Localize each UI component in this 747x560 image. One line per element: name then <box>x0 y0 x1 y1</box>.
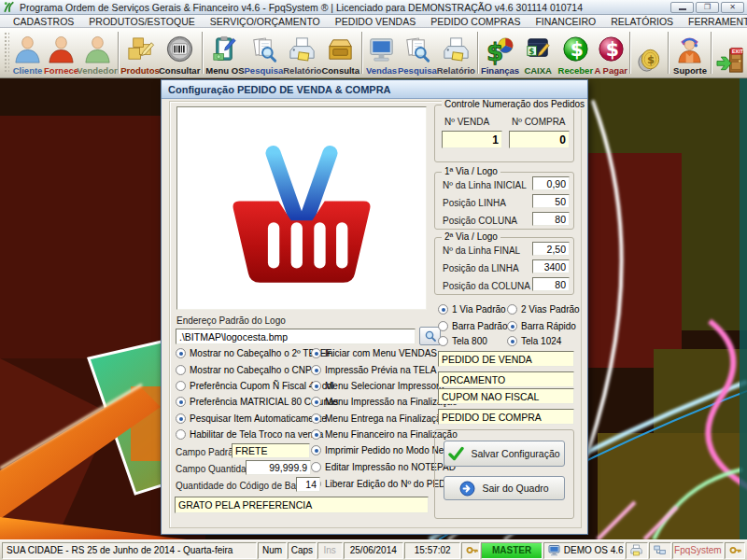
radio-tela-1024[interactable]: Tela 1024 <box>507 335 561 347</box>
radio-tela-800[interactable]: Tela 800 <box>438 335 487 347</box>
radio-icon[interactable] <box>311 348 321 358</box>
radio-icon[interactable] <box>311 381 321 391</box>
doc-type-orcamento-input[interactable] <box>438 371 574 387</box>
radio-icon[interactable] <box>311 413 321 424</box>
exit-dialog-button[interactable]: Sair do Quadro <box>444 476 565 500</box>
toolbar-consultar-button[interactable]: Consultar <box>159 29 200 77</box>
finance-chart-icon: $ <box>485 35 515 65</box>
menu-produtos-estoque[interactable]: PRODUTOS/ESTOQUE <box>81 16 202 27</box>
via2-group-title: 2ª Via / Logo <box>442 231 500 242</box>
via2-linha-final-input[interactable] <box>532 242 570 256</box>
option-menu-entrega-finalizacao[interactable]: Menu Entrega na Finalização <box>311 413 446 425</box>
toolbar-produtos-button[interactable]: Produtos <box>121 29 159 77</box>
radio-barra-rapido[interactable]: Barra Rápido <box>507 320 576 332</box>
radio-icon[interactable] <box>507 321 517 331</box>
toolbar-vendedor-button[interactable]: Vendedor <box>78 29 116 77</box>
toolbar-cliente-button[interactable]: Cliente <box>11 29 44 77</box>
printer-icon <box>630 544 642 556</box>
save-config-button[interactable]: Salvar Configuração <box>444 441 565 467</box>
radio-icon[interactable] <box>438 321 448 331</box>
window-titlebar: Programa Ordem de Serviços Gerais & Fina… <box>0 0 747 15</box>
radio-icon[interactable] <box>438 336 448 346</box>
toolbar-receber-button[interactable]: $ Receber <box>557 29 594 77</box>
toolbar-suporte-button[interactable]: Suporte <box>671 29 709 77</box>
dialog-titlebar[interactable]: Configuração PEDIDO DE VENDA & COMPRA <box>162 80 587 99</box>
via1-posicao-coluna-input[interactable] <box>532 212 570 226</box>
radio-icon[interactable] <box>311 429 321 440</box>
radio-1-via-padrao[interactable]: 1 Via Padrão <box>438 303 506 315</box>
logo-path-input[interactable] <box>176 329 416 344</box>
radio-barra-padrao[interactable]: Barra Padrão <box>438 320 507 332</box>
toolbar-financas-button[interactable]: $ Finanças <box>481 29 519 77</box>
menu-servico-orcamento[interactable]: SERVIÇO/ORÇAMENTO <box>203 16 328 27</box>
radio-icon[interactable] <box>311 462 321 472</box>
via2-posicao-coluna-input[interactable] <box>532 277 570 291</box>
menu-ferramentas[interactable]: FERRAMENTAS <box>681 16 747 27</box>
receive-dollar-icon: $ <box>560 35 591 65</box>
radio-icon[interactable] <box>176 348 186 358</box>
radio-icon[interactable] <box>176 381 186 391</box>
radio-icon[interactable] <box>176 429 186 440</box>
status-key2 <box>725 542 745 559</box>
doc-type-compra-input[interactable] <box>438 409 574 425</box>
radio-icon[interactable] <box>311 445 321 455</box>
radio-icon[interactable] <box>176 365 186 375</box>
campo-padrao-input[interactable] <box>232 443 310 458</box>
status-user-badge: MASTER <box>481 542 542 559</box>
via1-linha-inicial-input[interactable] <box>532 176 570 190</box>
option-mostrar-cnpj[interactable]: Mostrar no Cabeçalho o CNPJ <box>176 364 317 376</box>
option-impressao-previa[interactable]: Impressão Prévia na TELA <box>311 364 436 376</box>
radio-2-vias-padrao[interactable]: 2 Vias Padrão <box>507 303 580 315</box>
radio-icon[interactable] <box>311 397 321 407</box>
radio-icon[interactable] <box>507 304 517 315</box>
toolbar-a-pagar-button[interactable]: $ A Pagar <box>594 29 627 77</box>
toolbar-menu-os-button[interactable]: Menu OS <box>205 29 244 77</box>
toolbar-pesquisa-vendas-button[interactable]: Pesquisa <box>398 29 437 77</box>
option-mostrar-2-telef[interactable]: Mostrar no Cabeçalho o 2º TELEF. <box>176 347 333 359</box>
option-pesquisar-item[interactable]: Pesquisar Item Automaticamente <box>176 413 327 425</box>
option-menu-selecionar-impressora[interactable]: Menu Selecionar Impressora <box>311 380 444 392</box>
menu-financeiro[interactable]: FINANCEIRO <box>528 16 603 27</box>
option-iniciar-menu-vendas[interactable]: Iniciar com Menu VENDAS <box>311 347 437 359</box>
barcode-icon <box>164 35 195 65</box>
menu-pedido-vendas[interactable]: PEDIDO VENDAS <box>328 16 423 27</box>
n-compra-input[interactable] <box>509 131 570 148</box>
via2-posicao-linha-input[interactable] <box>532 259 570 273</box>
radio-icon[interactable] <box>507 336 517 346</box>
restore-button[interactable]: ❐ <box>696 2 719 13</box>
close-button[interactable]: ✕ <box>721 2 744 13</box>
status-network <box>649 542 671 559</box>
minimize-button[interactable] <box>670 2 694 13</box>
toolbar-relatorio-os-button[interactable]: Relatório <box>283 29 321 77</box>
toolbar-coin-button[interactable]: $ <box>633 29 666 77</box>
option-tela-troco[interactable]: Habilitar de Tela Troco na venda <box>176 428 323 441</box>
radio-icon[interactable] <box>176 397 186 407</box>
campo-quantidade-input[interactable] <box>246 460 311 475</box>
barcode-qty-input[interactable] <box>296 477 320 492</box>
menu-relatorios[interactable]: RELATÓRIOS <box>603 16 681 27</box>
radio-icon[interactable] <box>176 413 186 424</box>
doc-type-venda-input[interactable] <box>438 351 574 367</box>
doc-type-cupom-input[interactable] <box>438 388 574 404</box>
main-toolbar: Cliente Fornece Vendedor Produtos Consul… <box>0 28 747 78</box>
status-num: Num <box>258 542 287 559</box>
toolbar-fornece-button[interactable]: Fornece <box>44 29 78 77</box>
toolbar-vendas-button[interactable]: Vendas <box>365 29 398 77</box>
toolbar-exit-button[interactable]: EXIT <box>714 29 747 77</box>
menu-cadastros[interactable]: CADASTROS <box>6 16 81 27</box>
toolbar-pesquisa-os-button[interactable]: Pesquisa <box>245 29 284 77</box>
toolbar-caixa-button[interactable]: $ CAIXA <box>519 29 557 77</box>
footer-message-input[interactable] <box>175 497 429 513</box>
radio-icon[interactable] <box>311 365 321 375</box>
via1-posicao-linha-input[interactable] <box>532 194 570 208</box>
status-printer <box>626 542 648 559</box>
toolbar-consulta-button[interactable]: Consulta <box>321 29 359 77</box>
radio-icon[interactable] <box>438 304 448 315</box>
toolbar-relatorio-vendas-button[interactable]: Relatório <box>437 29 475 77</box>
support-person-icon <box>674 35 705 65</box>
menu-pedido-compras[interactable]: PEDIDO COMPRAS <box>423 16 528 27</box>
n-venda-input[interactable] <box>442 131 502 148</box>
network-icon <box>654 544 666 556</box>
status-brand: FpqSystem <box>672 542 725 559</box>
option-menu-impressao-finalizacao[interactable]: Menu Impressão na Finalização <box>311 396 458 408</box>
